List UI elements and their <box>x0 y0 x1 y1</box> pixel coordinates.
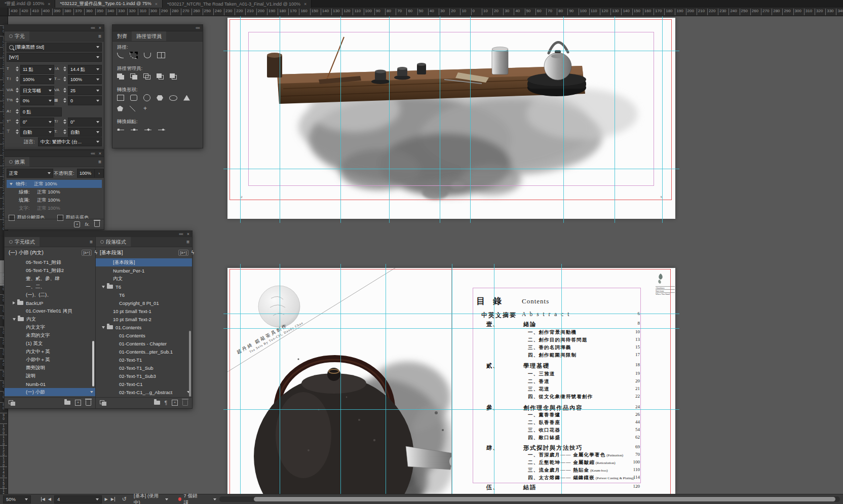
symmetrical-point-icon[interactable] <box>158 127 166 133</box>
style-list-item[interactable]: (一) 小節 <box>5 388 95 396</box>
close-panel-icon[interactable] <box>99 25 101 31</box>
new-style-group-folder-icon[interactable] <box>64 401 70 405</box>
style-list-item[interactable]: (一)、(二)、 <box>5 291 95 299</box>
delete-style-trash-icon[interactable] <box>182 400 188 406</box>
style-list-item[interactable]: 02-Text-T1 <box>96 356 192 364</box>
ruler-guide-vertical[interactable] <box>615 16 615 223</box>
document-tab[interactable]: *030217_NTCRI_The Road Taken_A01-3_Final… <box>163 0 312 8</box>
effects-row[interactable]: 線條:正常 100% <box>7 188 102 196</box>
style-list-item[interactable]: T6 <box>96 283 192 291</box>
clear-effects-trash-icon[interactable] <box>94 221 100 227</box>
tab-character[interactable]: 字元 <box>5 31 29 41</box>
font-family-field[interactable]: [華康黑體 Std] <box>7 43 102 52</box>
collapse-panel-icon[interactable] <box>196 25 200 31</box>
style-list-item[interactable]: 01-Contents - Chapter <box>96 339 192 347</box>
stepper-arrows[interactable] <box>62 75 67 83</box>
reverse-path-icon[interactable] <box>157 52 165 58</box>
style-list-item[interactable]: 壹、貳、參、肆 <box>5 275 95 283</box>
blend-mode-select[interactable]: 正常 <box>7 169 53 178</box>
character-attribute-field[interactable]: 11 點 <box>20 65 54 74</box>
last-page-button[interactable]: ▶ <box>111 497 115 501</box>
stepper-arrows[interactable] <box>15 118 19 126</box>
style-list-item[interactable]: 01.Cover-Title01 拷貝 <box>5 307 95 315</box>
horizontal-scrollbar[interactable] <box>219 496 840 502</box>
character-attribute-field[interactable]: 0 <box>68 96 102 105</box>
collapse-panel-icon[interactable] <box>179 231 183 237</box>
style-list-item[interactable]: Numb-01 <box>5 380 95 388</box>
ruler-guide-vertical[interactable] <box>280 264 280 494</box>
style-list-item[interactable]: 02-Text-T1_Sub3 <box>96 372 192 380</box>
delete-style-trash-icon[interactable] <box>86 400 91 406</box>
chevron-down-icon[interactable] <box>102 286 105 288</box>
effects-row[interactable]: 文字:正常 100% <box>7 204 102 212</box>
style-list-item[interactable]: T6 <box>96 291 192 299</box>
effects-row[interactable]: 填滿:正常 100% <box>7 196 102 204</box>
style-list-item[interactable]: 02-Text-C1_...g_Abstract <box>96 388 192 396</box>
style-list-item[interactable]: 圖旁說明 <box>5 364 95 372</box>
style-list-item[interactable]: 小節中＋英 <box>5 356 95 364</box>
style-list-item[interactable]: 01-Contents...pter_Sub.1 <box>96 347 192 356</box>
intersect-icon[interactable] <box>143 73 150 80</box>
ruler-guide-vertical[interactable] <box>340 264 341 494</box>
join-path-icon[interactable] <box>117 53 124 58</box>
style-list-item[interactable]: 05-Text-T1_附錄2 <box>5 266 95 275</box>
style-list-item[interactable]: 一、二、 <box>5 283 95 291</box>
polygon-icon[interactable] <box>117 106 123 111</box>
tab-paragraph-styles[interactable]: 段落樣式 <box>96 237 131 247</box>
document-tab[interactable]: *豐盛.indd @ 100%× <box>0 0 55 8</box>
corner-point-icon[interactable] <box>131 127 138 133</box>
ruler-guide-vertical[interactable] <box>240 264 241 494</box>
style-list-item[interactable]: (1) 英文 <box>5 339 95 347</box>
character-attribute-field[interactable]: 25 <box>68 86 102 95</box>
object-effects-icon[interactable]: ▪ <box>74 221 80 227</box>
ruler-guide-vertical[interactable] <box>389 16 390 223</box>
close-tab-icon[interactable]: × <box>304 2 306 7</box>
ruler-guide-vertical[interactable] <box>280 16 280 223</box>
style-list-item[interactable]: Copyright_8 Pt_01 <box>96 299 192 307</box>
create-new-style-icon[interactable]: + <box>172 400 178 406</box>
close-tab-icon[interactable]: × <box>48 2 50 7</box>
ruler-guide-vertical[interactable] <box>470 16 471 223</box>
style-list-item[interactable]: [基本段落] <box>96 258 192 266</box>
close-path-icon[interactable] <box>144 53 151 58</box>
ruler-origin-corner[interactable] <box>0 8 8 16</box>
ruler-guide-horizontal[interactable] <box>223 409 679 410</box>
smooth-point-icon[interactable] <box>144 127 152 133</box>
tab-align[interactable]: 對齊 <box>112 31 132 41</box>
ruler-guide-vertical[interactable] <box>494 264 494 494</box>
panel-menu-icon[interactable] <box>98 31 104 41</box>
style-list-item[interactable]: Number_Per-1 <box>96 266 192 275</box>
style-list-item[interactable]: 10 pt Small Text-1 <box>96 307 192 315</box>
stepper-arrows[interactable] <box>15 128 19 136</box>
style-mapping-icon[interactable] <box>9 400 15 406</box>
chevron-right-icon[interactable] <box>13 301 15 304</box>
stepper-arrows[interactable] <box>15 75 19 83</box>
character-attribute-field[interactable]: 0 點 <box>20 107 62 117</box>
effects-row[interactable]: 物件:正常 100% <box>7 180 102 188</box>
style-list-item[interactable]: 未寫的文字 <box>5 331 95 339</box>
ruler-guide-horizontal[interactable] <box>223 51 679 51</box>
ruler-guide-vertical[interactable] <box>340 16 341 223</box>
panel-menu-icon[interactable] <box>186 237 192 247</box>
ruler-guide-horizontal[interactable] <box>223 314 679 314</box>
horizontal-ruler[interactable]: 4304204104003903803703603503403303203103… <box>0 8 843 16</box>
style-list-item[interactable]: 內文文字 <box>5 323 95 331</box>
zoom-level-select[interactable]: 50% <box>3 495 31 503</box>
chevron-down-icon[interactable] <box>13 318 16 321</box>
style-list-item[interactable]: 02-Text-T1_Sub <box>96 364 192 372</box>
rounded-rectangle-icon[interactable] <box>130 95 137 101</box>
ruler-guide-vertical[interactable] <box>440 16 440 223</box>
subtract-icon[interactable] <box>130 73 137 80</box>
style-list-item[interactable]: 10 pt Small Text-2 <box>96 315 192 323</box>
stepper-arrows[interactable] <box>15 107 19 115</box>
character-styles-scrollbar[interactable] <box>92 341 94 386</box>
stepper-arrows[interactable] <box>62 86 67 94</box>
ruler-guide-vertical[interactable] <box>561 264 562 494</box>
style-list-item[interactable]: 內文 <box>96 275 192 283</box>
character-attribute-field[interactable]: 0% <box>20 96 54 105</box>
close-panel-icon[interactable] <box>99 150 101 157</box>
ruler-guide-vertical[interactable] <box>386 264 386 494</box>
style-list-item[interactable]: 01.Contents <box>96 323 192 331</box>
opacity-expander-button[interactable]: › <box>94 169 104 178</box>
style-list-item[interactable]: 說明 <box>5 372 95 380</box>
